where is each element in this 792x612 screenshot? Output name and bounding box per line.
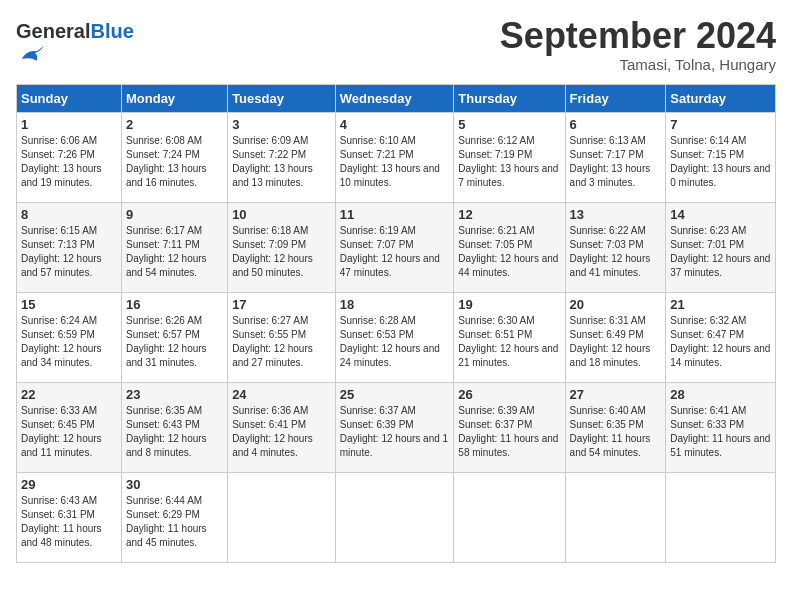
- logo-blue: Blue: [90, 20, 133, 42]
- day-info: Sunrise: 6:24 AMSunset: 6:59 PMDaylight:…: [21, 315, 102, 368]
- calendar-cell-27: 27 Sunrise: 6:40 AMSunset: 6:35 PMDaylig…: [565, 383, 666, 473]
- day-info: Sunrise: 6:28 AMSunset: 6:53 PMDaylight:…: [340, 315, 440, 368]
- calendar-cell-3: 3 Sunrise: 6:09 AMSunset: 7:22 PMDayligh…: [228, 113, 336, 203]
- header-sunday: Sunday: [17, 85, 122, 113]
- empty-cell: [335, 473, 454, 563]
- day-info: Sunrise: 6:32 AMSunset: 6:47 PMDaylight:…: [670, 315, 770, 368]
- day-number: 22: [21, 387, 117, 402]
- month-title: September 2024: [500, 16, 776, 56]
- day-number: 28: [670, 387, 771, 402]
- calendar-cell-22: 22 Sunrise: 6:33 AMSunset: 6:45 PMDaylig…: [17, 383, 122, 473]
- day-info: Sunrise: 6:14 AMSunset: 7:15 PMDaylight:…: [670, 135, 770, 188]
- day-number: 18: [340, 297, 450, 312]
- calendar-cell-9: 9 Sunrise: 6:17 AMSunset: 7:11 PMDayligh…: [121, 203, 227, 293]
- empty-cell: [666, 473, 776, 563]
- calendar-cell-10: 10 Sunrise: 6:18 AMSunset: 7:09 PMDaylig…: [228, 203, 336, 293]
- title-block: September 2024 Tamasi, Tolna, Hungary: [500, 16, 776, 73]
- calendar-cell-4: 4 Sunrise: 6:10 AMSunset: 7:21 PMDayligh…: [335, 113, 454, 203]
- day-info: Sunrise: 6:21 AMSunset: 7:05 PMDaylight:…: [458, 225, 558, 278]
- calendar-row: 1 Sunrise: 6:06 AMSunset: 7:26 PMDayligh…: [17, 113, 776, 203]
- day-info: Sunrise: 6:37 AMSunset: 6:39 PMDaylight:…: [340, 405, 448, 458]
- calendar-cell-13: 13 Sunrise: 6:22 AMSunset: 7:03 PMDaylig…: [565, 203, 666, 293]
- day-info: Sunrise: 6:10 AMSunset: 7:21 PMDaylight:…: [340, 135, 440, 188]
- day-info: Sunrise: 6:39 AMSunset: 6:37 PMDaylight:…: [458, 405, 558, 458]
- calendar-cell-1: 1 Sunrise: 6:06 AMSunset: 7:26 PMDayligh…: [17, 113, 122, 203]
- logo-bird-icon: [18, 42, 46, 70]
- day-number: 2: [126, 117, 223, 132]
- calendar-cell-15: 15 Sunrise: 6:24 AMSunset: 6:59 PMDaylig…: [17, 293, 122, 383]
- day-number: 14: [670, 207, 771, 222]
- day-info: Sunrise: 6:19 AMSunset: 7:07 PMDaylight:…: [340, 225, 440, 278]
- day-number: 24: [232, 387, 331, 402]
- day-number: 26: [458, 387, 560, 402]
- day-info: Sunrise: 6:31 AMSunset: 6:49 PMDaylight:…: [570, 315, 651, 368]
- day-info: Sunrise: 6:33 AMSunset: 6:45 PMDaylight:…: [21, 405, 102, 458]
- calendar-cell-17: 17 Sunrise: 6:27 AMSunset: 6:55 PMDaylig…: [228, 293, 336, 383]
- calendar-cell-25: 25 Sunrise: 6:37 AMSunset: 6:39 PMDaylig…: [335, 383, 454, 473]
- day-info: Sunrise: 6:17 AMSunset: 7:11 PMDaylight:…: [126, 225, 207, 278]
- calendar-cell-24: 24 Sunrise: 6:36 AMSunset: 6:41 PMDaylig…: [228, 383, 336, 473]
- location-subtitle: Tamasi, Tolna, Hungary: [500, 56, 776, 73]
- calendar-row: 29 Sunrise: 6:43 AMSunset: 6:31 PMDaylig…: [17, 473, 776, 563]
- calendar-cell-16: 16 Sunrise: 6:26 AMSunset: 6:57 PMDaylig…: [121, 293, 227, 383]
- calendar-cell-11: 11 Sunrise: 6:19 AMSunset: 7:07 PMDaylig…: [335, 203, 454, 293]
- day-number: 4: [340, 117, 450, 132]
- logo-general: General: [16, 20, 90, 42]
- header-monday: Monday: [121, 85, 227, 113]
- day-number: 23: [126, 387, 223, 402]
- calendar-cell-7: 7 Sunrise: 6:14 AMSunset: 7:15 PMDayligh…: [666, 113, 776, 203]
- day-number: 1: [21, 117, 117, 132]
- calendar-cell-18: 18 Sunrise: 6:28 AMSunset: 6:53 PMDaylig…: [335, 293, 454, 383]
- day-info: Sunrise: 6:08 AMSunset: 7:24 PMDaylight:…: [126, 135, 207, 188]
- day-number: 17: [232, 297, 331, 312]
- header-thursday: Thursday: [454, 85, 565, 113]
- calendar-cell-12: 12 Sunrise: 6:21 AMSunset: 7:05 PMDaylig…: [454, 203, 565, 293]
- day-number: 25: [340, 387, 450, 402]
- day-info: Sunrise: 6:41 AMSunset: 6:33 PMDaylight:…: [670, 405, 770, 458]
- calendar-table: Sunday Monday Tuesday Wednesday Thursday…: [16, 84, 776, 563]
- day-number: 16: [126, 297, 223, 312]
- day-info: Sunrise: 6:18 AMSunset: 7:09 PMDaylight:…: [232, 225, 313, 278]
- day-info: Sunrise: 6:06 AMSunset: 7:26 PMDaylight:…: [21, 135, 102, 188]
- calendar-row: 15 Sunrise: 6:24 AMSunset: 6:59 PMDaylig…: [17, 293, 776, 383]
- header-row: Sunday Monday Tuesday Wednesday Thursday…: [17, 85, 776, 113]
- calendar-cell-14: 14 Sunrise: 6:23 AMSunset: 7:01 PMDaylig…: [666, 203, 776, 293]
- day-number: 3: [232, 117, 331, 132]
- calendar-cell-5: 5 Sunrise: 6:12 AMSunset: 7:19 PMDayligh…: [454, 113, 565, 203]
- day-number: 12: [458, 207, 560, 222]
- day-number: 29: [21, 477, 117, 492]
- calendar-cell-30: 30 Sunrise: 6:44 AMSunset: 6:29 PMDaylig…: [121, 473, 227, 563]
- day-number: 9: [126, 207, 223, 222]
- day-info: Sunrise: 6:43 AMSunset: 6:31 PMDaylight:…: [21, 495, 102, 548]
- day-info: Sunrise: 6:36 AMSunset: 6:41 PMDaylight:…: [232, 405, 313, 458]
- day-number: 19: [458, 297, 560, 312]
- empty-cell: [565, 473, 666, 563]
- day-info: Sunrise: 6:09 AMSunset: 7:22 PMDaylight:…: [232, 135, 313, 188]
- day-number: 15: [21, 297, 117, 312]
- header-saturday: Saturday: [666, 85, 776, 113]
- day-number: 6: [570, 117, 662, 132]
- calendar-cell-19: 19 Sunrise: 6:30 AMSunset: 6:51 PMDaylig…: [454, 293, 565, 383]
- day-number: 21: [670, 297, 771, 312]
- day-number: 5: [458, 117, 560, 132]
- calendar-cell-23: 23 Sunrise: 6:35 AMSunset: 6:43 PMDaylig…: [121, 383, 227, 473]
- calendar-row: 22 Sunrise: 6:33 AMSunset: 6:45 PMDaylig…: [17, 383, 776, 473]
- day-info: Sunrise: 6:26 AMSunset: 6:57 PMDaylight:…: [126, 315, 207, 368]
- calendar-cell-20: 20 Sunrise: 6:31 AMSunset: 6:49 PMDaylig…: [565, 293, 666, 383]
- calendar-cell-29: 29 Sunrise: 6:43 AMSunset: 6:31 PMDaylig…: [17, 473, 122, 563]
- day-info: Sunrise: 6:15 AMSunset: 7:13 PMDaylight:…: [21, 225, 102, 278]
- calendar-cell-8: 8 Sunrise: 6:15 AMSunset: 7:13 PMDayligh…: [17, 203, 122, 293]
- day-number: 7: [670, 117, 771, 132]
- day-info: Sunrise: 6:22 AMSunset: 7:03 PMDaylight:…: [570, 225, 651, 278]
- day-number: 30: [126, 477, 223, 492]
- day-number: 10: [232, 207, 331, 222]
- empty-cell: [454, 473, 565, 563]
- header-wednesday: Wednesday: [335, 85, 454, 113]
- calendar-cell-28: 28 Sunrise: 6:41 AMSunset: 6:33 PMDaylig…: [666, 383, 776, 473]
- header-tuesday: Tuesday: [228, 85, 336, 113]
- calendar-cell-6: 6 Sunrise: 6:13 AMSunset: 7:17 PMDayligh…: [565, 113, 666, 203]
- day-info: Sunrise: 6:27 AMSunset: 6:55 PMDaylight:…: [232, 315, 313, 368]
- day-info: Sunrise: 6:35 AMSunset: 6:43 PMDaylight:…: [126, 405, 207, 458]
- calendar-cell-2: 2 Sunrise: 6:08 AMSunset: 7:24 PMDayligh…: [121, 113, 227, 203]
- day-number: 13: [570, 207, 662, 222]
